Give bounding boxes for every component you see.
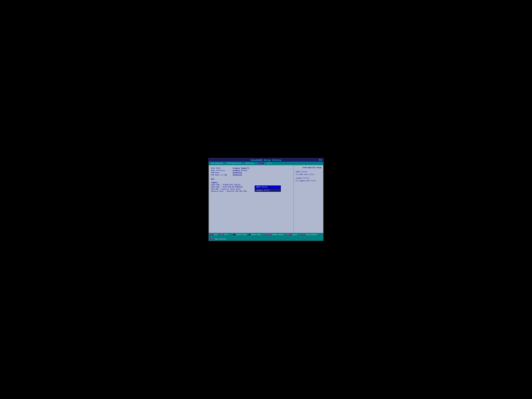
bios-screen: InsydeH20 Setup Utility Rev Information … xyxy=(208,158,324,241)
dropdown-option-legacy-first[interactable]: Legacy First xyxy=(255,189,281,192)
pxe-boot-value: [Enabled] xyxy=(233,174,242,176)
menu-item-security[interactable]: Security xyxy=(245,162,255,165)
f5f6-group: F5/F6 Change Values xyxy=(266,234,284,236)
sata-odd-label: SATA ODD xyxy=(211,186,221,188)
title-bar: InsydeH20 Setup Utility Rev xyxy=(209,158,323,162)
menu-bar: Information Configuration Security Boot … xyxy=(209,162,323,165)
left-panel: Boot Mode [Legacy Support] Boot Priority… xyxy=(209,165,294,233)
boot-mode-label: Boot Mode xyxy=(211,167,233,169)
menu-item-boot[interactable]: Boot xyxy=(258,162,264,165)
boot-mode-value: [Legacy Support] xyxy=(233,167,249,169)
help-line-1: Try UEFI boot first. xyxy=(296,173,321,176)
leftright-key: ↔ xyxy=(248,234,251,236)
enter-group: Enter Select xyxy=(286,234,298,236)
updown-key: ↑↓ xyxy=(233,234,236,236)
help-line-0: [UEFI First] xyxy=(296,171,321,173)
esc-group: ESC Exit xyxy=(220,234,228,236)
bottom-bar: F1 Help ESC Exit ↑↓ Select Item ↔ Select… xyxy=(209,233,323,241)
enter-desc: Select xyxy=(292,234,298,235)
bios-title: InsydeH20 Setup Utility xyxy=(251,159,281,161)
right-panel: Item Specific Help [UEFI First] Try UEFI… xyxy=(294,165,323,233)
usb-boot-value: [Enabled] xyxy=(233,172,242,174)
leftright-desc: Select Menu xyxy=(251,234,261,235)
boot-mode-row: Boot Mode [Legacy Support] xyxy=(211,167,291,169)
help-line-3: Try legacy boot first. xyxy=(296,179,321,182)
leftright-group: ↔ Select Menu xyxy=(248,234,261,236)
f10-key: F10 xyxy=(210,238,214,240)
f9-key: F9 xyxy=(302,234,305,236)
sata-odd-value: : PLDS DVD-RW DA8A5SH xyxy=(221,186,242,188)
f9-desc: Setup Default xyxy=(306,234,317,235)
f1-group: F1 Help xyxy=(210,234,218,236)
network-boot-value: : Realtek PXE B01 D00 xyxy=(225,190,247,192)
revision-label: Rev xyxy=(319,159,322,161)
sep-1 xyxy=(230,234,230,236)
dropdown-option-uefi-first[interactable]: UEFI First xyxy=(255,185,281,189)
esc-desc: Exit xyxy=(224,234,228,235)
sata-hdd-value: : ST500LT012-1DG142 xyxy=(221,184,241,186)
menu-item-configuration[interactable]: Configuration xyxy=(226,162,242,165)
sata-hdd-label: SATA HDD xyxy=(211,184,221,186)
pxe-boot-label: PXE Boot to LAN xyxy=(211,174,233,176)
boot-priority-label: Boot Priority xyxy=(211,170,233,171)
legacy-header: Legacy xyxy=(211,182,291,184)
usb-boot-label: USB Boot xyxy=(211,172,233,174)
pxe-boot-row: PXE Boot to LAN [Enabled] xyxy=(211,174,291,176)
f9-group: F9 Setup Default xyxy=(302,234,317,236)
f10-desc: Save and Exit xyxy=(215,238,227,240)
f1-desc: Help xyxy=(214,234,217,235)
network-boot-label: Network Boot xyxy=(211,190,224,192)
f1-key: F1 xyxy=(210,234,213,236)
f5f6-desc: Change Values xyxy=(272,234,284,235)
help-panel-title: Item Specific Help xyxy=(296,167,321,169)
boot-priority-value: [Legacy First] xyxy=(233,170,247,171)
boot-priority-row: Boot Priority [Legacy First] xyxy=(211,170,291,171)
main-content: Boot Mode [Legacy Support] Boot Priority… xyxy=(209,165,323,233)
boot-priority-dropdown[interactable]: UEFI First Legacy First xyxy=(254,185,281,192)
f5f6-key: F5/F6 xyxy=(266,234,272,236)
enter-key: Enter xyxy=(286,234,292,236)
esc-key: ESC xyxy=(220,234,224,236)
usb-hdd-value: : Generic Flash Disk xyxy=(220,188,241,190)
help-line-2: [Legacy First] xyxy=(296,177,321,179)
usb-hdd-label: USB HDD xyxy=(211,188,220,190)
menu-item-exit[interactable]: Exit xyxy=(266,162,272,165)
f10-group: F10 Save and Exit xyxy=(210,238,227,240)
usb-boot-row: USB Boot [Enabled] xyxy=(211,172,291,174)
sep-2 xyxy=(263,234,263,236)
updown-group: ↑↓ Select Item xyxy=(233,234,246,236)
efi-header: EFI xyxy=(211,178,291,180)
updown-desc: Select Item xyxy=(236,234,246,235)
help-panel-text: [UEFI First] Try UEFI boot first. [Legac… xyxy=(296,171,321,182)
menu-item-information[interactable]: Information xyxy=(210,162,224,165)
